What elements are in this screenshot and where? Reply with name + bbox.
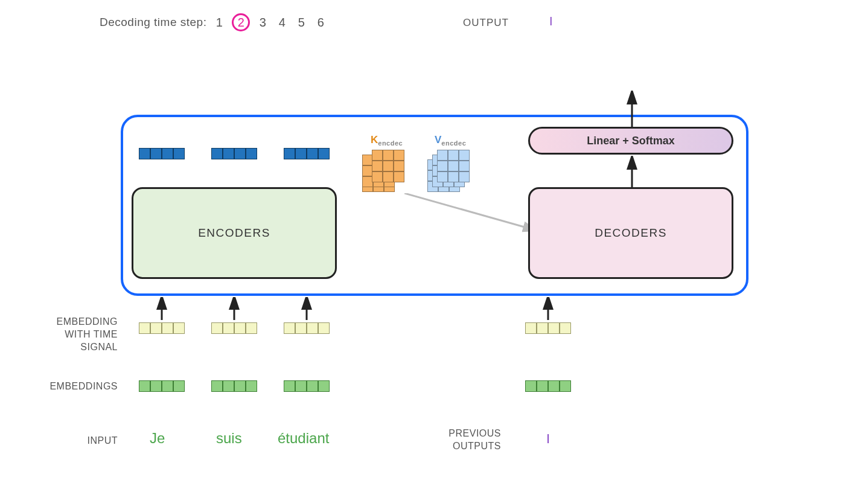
previous-outputs-line1: PREVIOUS: [448, 428, 501, 438]
v-encdec-label: Vencdec: [435, 134, 466, 147]
embed-arrow-1: [155, 297, 169, 321]
decoders-block: DECODERS: [528, 187, 733, 279]
svg-line-0: [404, 193, 537, 231]
encoder-output-vec-2: [211, 148, 257, 159]
embed-arrow-2: [227, 297, 241, 321]
embed-arrow-dec: [541, 297, 555, 321]
embedding-time-line2: WITH TIME: [65, 329, 118, 339]
timestep-2: 2: [232, 13, 250, 31]
linear-to-output-arrow: [625, 91, 639, 128]
timestep-3: 3: [256, 16, 269, 30]
encoders-label: ENCODERS: [198, 226, 270, 240]
v-sub: encdec: [441, 139, 466, 147]
time-embed-vec-1: [139, 322, 185, 334]
embedding-time-line3: SIGNAL: [80, 342, 118, 352]
output-label: OUTPUT: [463, 17, 509, 29]
time-embed-vec-dec: [525, 322, 571, 334]
embed-vec-1: [139, 380, 185, 392]
timestep-1: 1: [212, 16, 226, 30]
input-token-1: Je: [150, 430, 165, 447]
time-embed-vec-3: [284, 322, 330, 334]
encoder-output-vec-1: [139, 148, 185, 159]
timestep-6: 6: [314, 16, 327, 30]
linear-softmax-label: Linear + Softmax: [587, 135, 675, 147]
previous-outputs-label: PREVIOUS OUTPUTS: [410, 427, 501, 453]
kv-to-decoders-arrow: [404, 193, 549, 242]
v-letter: V: [435, 134, 441, 146]
k-encdec-label: Kencdec: [371, 134, 403, 147]
embed-arrow-3: [299, 297, 314, 321]
timestep-row: Decoding time step: 1 2 3 4 5 6: [100, 13, 327, 31]
encoders-block: ENCODERS: [132, 187, 337, 279]
timestep-4: 4: [275, 16, 289, 30]
k-letter: K: [371, 134, 378, 146]
input-token-2: suis: [216, 430, 242, 447]
embedding-time-label: EMBEDDING WITH TIME SIGNAL: [18, 316, 118, 353]
linear-softmax-block: Linear + Softmax: [528, 127, 733, 155]
decoders-to-linear-arrow: [625, 156, 639, 188]
encoder-output-vec-3: [284, 148, 330, 159]
decoders-label: DECODERS: [595, 226, 667, 240]
k-matrix-icon: [362, 150, 406, 193]
timestep-5: 5: [295, 16, 308, 30]
v-matrix-icon: [427, 150, 471, 193]
input-label: INPUT: [18, 435, 118, 447]
input-token-3: étudiant: [278, 430, 329, 447]
embed-vec-2: [211, 380, 257, 392]
previous-outputs-line2: OUTPUTS: [453, 441, 501, 451]
embed-vec-dec: [525, 380, 571, 392]
previous-output-token: I: [546, 431, 550, 447]
embeddings-label: EMBEDDINGS: [18, 380, 118, 393]
timestep-label: Decoding time step:: [100, 16, 206, 29]
embed-vec-3: [284, 380, 330, 392]
output-token: I: [549, 14, 553, 28]
embedding-time-line1: EMBEDDING: [57, 316, 118, 327]
time-embed-vec-2: [211, 322, 257, 334]
k-sub: encdec: [378, 139, 403, 147]
